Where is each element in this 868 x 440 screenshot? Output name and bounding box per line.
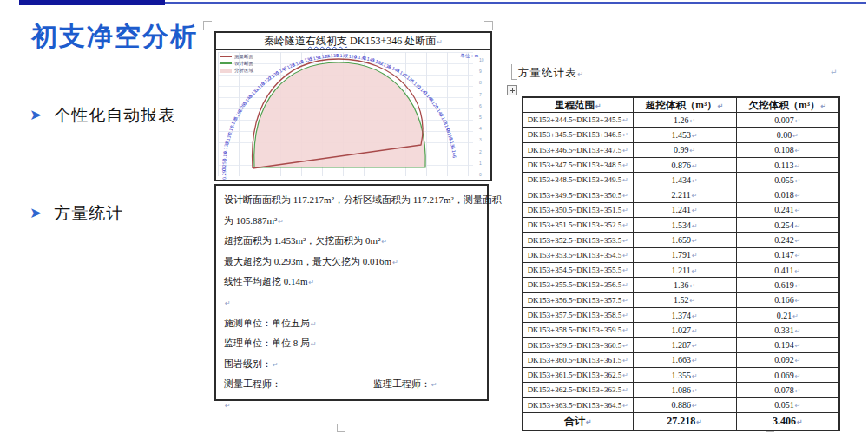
report-text-line: ↵: [224, 396, 479, 417]
cell-end-mark: ↵: [795, 342, 801, 350]
cell-end-mark: ↵: [795, 192, 801, 200]
overbreak-cell: 1.534↵: [633, 218, 736, 233]
axis-tick-label: 7: [479, 92, 482, 97]
report-text: 最大超挖为 0.293m，最大欠挖为 0.016m: [224, 256, 391, 266]
cell-end-mark: ↵: [622, 326, 628, 334]
cell-text: 1.791: [671, 250, 691, 259]
mileage-cell: DK153+352.5~DK153+353.5↵: [523, 233, 633, 247]
paragraph-mark: ↵: [225, 402, 231, 410]
cell-end-mark: ↵: [595, 102, 602, 110]
cell-text: 0.331: [774, 325, 794, 335]
cell-end-mark: ↵: [622, 297, 628, 305]
mileage-cell: DK153+358.5~DK153+359.5↵: [523, 323, 633, 338]
underbreak-cell: 0.113↵: [736, 157, 839, 172]
mileage-cell: DK153+348.5~DK153+349.5↵: [523, 173, 633, 187]
underbreak-cell: 0.254↵: [736, 218, 839, 233]
report-text: 超挖面积为 1.453m²，欠挖面积为 0m²: [224, 235, 380, 246]
cell-text: 合计: [564, 415, 585, 427]
table-move-handle-icon[interactable]: [507, 85, 517, 95]
cell-text: DK153+358.5~DK153+359.5: [528, 325, 622, 334]
cell-text: 1.287: [671, 340, 691, 350]
underbreak-cell: 0.619↵: [736, 278, 839, 292]
mileage-cell: DK153+363.5~DK153+364.5↵: [523, 397, 633, 412]
volume-table-title-text: 方量统计表: [518, 67, 577, 79]
section-chart-frame: 秦岭隧道右线初支 DK153+346 处断面↵ 0.2930.2530.190.…: [214, 31, 492, 181]
cell-end-mark: ↵: [692, 252, 698, 259]
axis-tick-label: 10: [479, 57, 484, 62]
cell-end-mark: ↵: [692, 357, 698, 364]
cell-text: DK153+348.5~DK153+349.5: [528, 175, 622, 184]
table-row: DK153+346.5~DK153+347.5↵0.99↵0.108↵: [523, 142, 839, 157]
cell-text: DK153+356.5~DK153+357.5: [528, 296, 622, 305]
tunnel-section-svg: [216, 50, 490, 180]
cell-end-mark: ↵: [622, 237, 628, 245]
overbreak-cell: 0.886↵: [633, 397, 736, 412]
cell-text: DK153+360.5~DK153+361.5: [528, 356, 622, 364]
cell-text: DK153+344.5~DK153+345.5: [528, 115, 622, 124]
cell-text: DK153+357.5~DK153+358.5: [528, 311, 622, 319]
overbreak-cell: 1.027↵: [633, 323, 736, 338]
cell-end-mark: ↵: [692, 372, 698, 380]
cell-text: DK153+349.5~DK153+350.5: [528, 191, 622, 200]
cell-end-mark: ↵: [795, 207, 801, 214]
cell-text: DK153+354.5~DK153+355.5: [528, 266, 622, 274]
report-text-line: 最大超挖为 0.293m，最大欠挖为 0.016m↵: [224, 253, 479, 273]
cell-end-mark: ↵: [795, 297, 801, 305]
table-row: DK153+356.5~DK153+357.5↵1.52↵0.166↵: [523, 292, 839, 307]
paragraph-mark: ↵: [309, 279, 315, 286]
cell-text: DK153+363.5~DK153+364.5: [528, 401, 622, 410]
underbreak-cell: 0.00↵: [736, 128, 839, 142]
cell-text: 27.218: [667, 415, 695, 427]
table-row: DK153+360.5~DK153+361.5↵1.663↵0.092↵: [523, 352, 839, 367]
underbreak-cell: 0.092↵: [736, 352, 839, 367]
cell-end-mark: ↵: [622, 192, 628, 200]
mileage-cell: DK153+351.5~DK153+352.5↵: [523, 218, 633, 233]
bullet-label: 方量统计: [54, 202, 123, 225]
cell-end-mark: ↵: [692, 237, 698, 245]
report-text: 为 105.887m²: [224, 215, 277, 226]
mileage-cell: DK153+361.5~DK153+362.5↵: [523, 368, 633, 383]
table-row: DK153+347.5~DK153+348.5↵0.876↵0.113↵: [523, 157, 839, 172]
cell-end-mark: ↵: [795, 222, 801, 230]
table-body: DK153+344.5~DK153+345.5↵1.26↵0.007↵DK153…: [523, 113, 839, 430]
cell-end-mark: ↵: [795, 252, 801, 259]
cell-end-mark: ↵: [692, 402, 698, 410]
mileage-cell: DK153+350.5~DK153+351.5↵: [523, 202, 633, 217]
cell-end-mark: ↵: [792, 132, 799, 140]
cell-text: 1.534: [671, 220, 691, 230]
cell-end-mark: ↵: [692, 327, 698, 335]
axis-tick-label: 5: [479, 115, 482, 120]
cell-text: 0.055: [774, 175, 794, 185]
cell-end-mark: ↵: [692, 207, 698, 214]
mileage-cell: DK153+356.5~DK153+357.5↵: [523, 292, 633, 307]
cell-text: 1.241: [671, 205, 691, 214]
arrow-bullet-icon: ➤: [30, 108, 42, 122]
underbreak-cell: 0.055↵: [736, 173, 839, 187]
report-text-line: 超挖面积为 1.453m²，欠挖面积为 0m²↵: [224, 232, 479, 253]
cell-text: DK153+345.5~DK153+346.5: [528, 130, 622, 139]
cell-text: 0.619: [774, 280, 794, 290]
mileage-cell: DK153+359.5~DK153+360.5↵: [523, 338, 633, 352]
report-text-line: 测量工程师：监理工程师：↵: [224, 375, 479, 396]
paragraph-mark: ↵: [381, 238, 387, 246]
page-margin-mark: [484, 21, 493, 30]
table-row: DK153+358.5~DK153+359.5↵1.027↵0.331↵: [523, 323, 839, 338]
table-row: DK153+362.5~DK153+363.5↵1.086↵0.078↵: [523, 383, 839, 397]
table-header-row: 里程范围↵超挖体积（m³）↵欠挖体积（m³）↵: [523, 97, 839, 113]
cell-end-mark: ↵: [689, 117, 695, 125]
cell-end-mark: ↵: [622, 147, 628, 154]
table-row: DK153+355.5~DK153+356.5↵1.36↵0.619↵: [523, 278, 839, 292]
underbreak-cell: 0.147↵: [736, 247, 839, 262]
cell-end-mark: ↵: [622, 176, 628, 184]
volume-table-title: 方量统计表↵: [518, 66, 584, 81]
cell-text: 1.663: [671, 355, 691, 364]
table-row: DK153+350.5~DK153+351.5↵1.241↵0.241↵: [523, 202, 839, 217]
axis-tick-label: 6: [479, 103, 482, 108]
cell-text: DK153+359.5~DK153+360.5: [528, 341, 622, 350]
table-header-text: 里程范围: [555, 100, 595, 110]
cell-end-mark: ↵: [622, 402, 628, 410]
cell-text: DK153+362.5~DK153+363.5: [528, 385, 622, 394]
underbreak-cell: 0.242↵: [736, 233, 839, 247]
cell-text: 3.406: [773, 415, 796, 427]
report-text-line: 设计断面面积为 117.217m²，分析区域面积为 117.217m²，测量面积: [224, 191, 479, 212]
